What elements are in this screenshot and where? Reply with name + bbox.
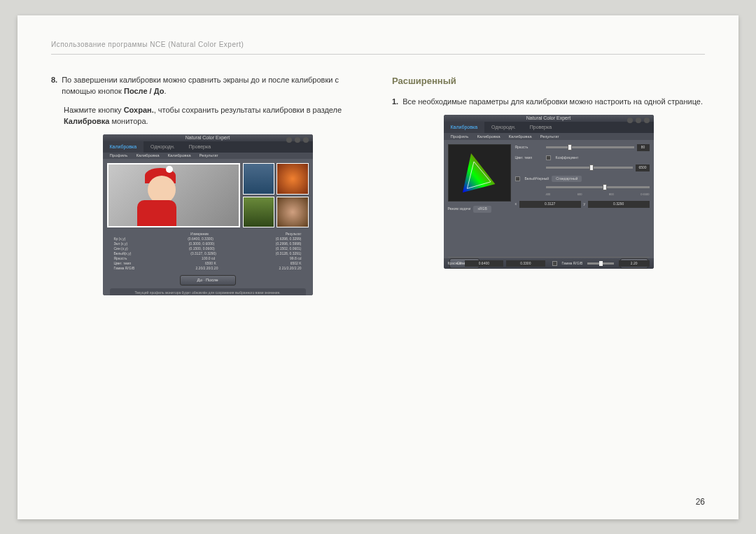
result-body: ИзмерениеРезультат Кр (x,y)(0.6400, 0.33… [103, 159, 313, 295]
screenshot-calibration-result: Natural Color Expert Калибровка Однородн… [103, 134, 313, 295]
close-icon[interactable] [644, 118, 650, 123]
measurement-table: ИзмерениеРезультат Кр (x,y)(0.6400, 0.33… [107, 232, 309, 271]
color-temp-row: Цвет. темп Коэффициент [515, 155, 650, 161]
advanced-body: Режим задачи sRGB Яркость 80 Цвет [444, 140, 654, 258]
main-photo [107, 163, 241, 227]
brightness-row: Яркость 80 [515, 144, 650, 151]
item-number: 8. [51, 74, 57, 97]
mode-select[interactable]: sRGB [473, 206, 491, 213]
color-gamut-diagram [448, 144, 511, 202]
before-after-button[interactable]: До · После [180, 275, 236, 286]
info-message: Текущий профиль монитора будет обновлён … [110, 288, 306, 295]
sub-tabs: Профиль Калибровка Калибровка Результат [444, 133, 654, 140]
document-page: Использование программы NCE (Natural Col… [18, 15, 738, 519]
checkbox-coefficient[interactable] [546, 155, 551, 160]
color-temp-value[interactable]: 6500 [636, 164, 649, 171]
color-temp-slider[interactable] [546, 167, 634, 169]
lower-controls: Красный0.64000.3300 Зеленый0.30000.6000 … [448, 257, 650, 269]
item-number: 1. [392, 96, 398, 108]
subtab-calibrate2[interactable]: Калибровка [508, 134, 531, 140]
screenshot-advanced-settings: Natural Color Expert Калибровка Однородн… [444, 115, 654, 269]
right-column: Расширенный 1. Все необходимые параметры… [392, 74, 705, 295]
sub-tabs: Профиль Калибровка Калибровка Результат [103, 153, 313, 159]
gamma-slider[interactable] [587, 262, 614, 265]
subtab-profile[interactable]: Профиль [110, 153, 128, 159]
titlebar-icons [286, 137, 309, 143]
subtab-result[interactable]: Результат [200, 153, 218, 159]
y-field[interactable]: 0.3290 [588, 201, 650, 208]
minimize-icon[interactable] [627, 118, 633, 123]
thumbnail [276, 197, 308, 228]
minimize-icon[interactable] [286, 137, 292, 143]
checkbox-whitepoint[interactable] [515, 176, 520, 181]
xy-row: x0.3127 y0.3290 [515, 201, 650, 208]
thumbnail [276, 163, 308, 195]
tab-uniformity[interactable]: Однородн. [484, 122, 523, 133]
x-field[interactable]: 0.3127 [519, 201, 581, 208]
thumbnail [243, 163, 274, 195]
subtab-calibrate[interactable]: Калибровка [136, 153, 159, 159]
tab-calibration[interactable]: Калибровка [103, 141, 144, 153]
subtab-profile[interactable]: Профиль [451, 134, 469, 140]
subtab-calibrate[interactable]: Калибровка [477, 134, 500, 140]
gear-icon[interactable] [636, 118, 641, 123]
page-header: Использование программы NCE (Natural Col… [51, 41, 705, 55]
main-tabs: Калибровка Однородн. Проверка [444, 122, 654, 133]
brightness-value[interactable]: 80 [637, 144, 650, 151]
two-column-layout: 8. По завершении калибровки можно сравни… [51, 74, 705, 295]
page-number: 26 [696, 497, 705, 507]
tab-uniformity[interactable]: Однородн. [144, 141, 182, 153]
section-heading-advanced: Расширенный [392, 74, 705, 88]
thumbnail [243, 197, 274, 228]
sub-instruction: Нажмите кнопку Сохран., чтобы сохранить … [64, 104, 364, 127]
gear-icon[interactable] [295, 137, 300, 143]
close-icon[interactable] [303, 137, 309, 143]
list-item-1: 1. Все необходимые параметры для калибро… [392, 96, 705, 108]
tab-calibration[interactable]: Калибровка [444, 122, 485, 133]
task-mode-row: Режим задачи sRGB [448, 206, 511, 213]
whitepoint-select[interactable]: Стандартный [552, 176, 582, 183]
list-item-8: 8. По завершении калибровки можно сравни… [51, 74, 364, 97]
window-titlebar: Natural Color Expert [444, 115, 654, 122]
brightness-slider[interactable] [546, 146, 634, 148]
whitepoint-slider[interactable] [546, 186, 650, 188]
left-column: 8. По завершении калибровки можно сравни… [51, 74, 364, 295]
titlebar-icons [627, 118, 650, 123]
checkbox-gamma[interactable] [552, 261, 557, 266]
item-text: По завершении калибровки можно сравнить … [62, 74, 364, 97]
subtab-calibrate2[interactable]: Калибровка [167, 153, 190, 159]
gamma-panel: Гамма R/G/B 2.20 2.02.22.4 Линейный серы… [552, 260, 650, 269]
window-titlebar: Natural Color Expert [103, 134, 313, 142]
rgb-xy-panel: Красный0.64000.3300 Зеленый0.30000.6000 … [448, 260, 545, 269]
scale-labels: 4006008000 6500 [515, 192, 650, 197]
thumbnail-grid [243, 163, 308, 227]
main-tabs: Калибровка Однородн. Проверка [103, 141, 313, 153]
item-text: Все необходимые параметры для калибровки… [402, 96, 703, 108]
white-black-row: Белый/Черный Стандартный [515, 176, 650, 183]
tab-validation[interactable]: Проверка [182, 141, 218, 153]
subtab-result[interactable]: Результат [540, 134, 559, 140]
comparison-photos [107, 163, 309, 227]
tab-validation[interactable]: Проверка [523, 122, 559, 133]
